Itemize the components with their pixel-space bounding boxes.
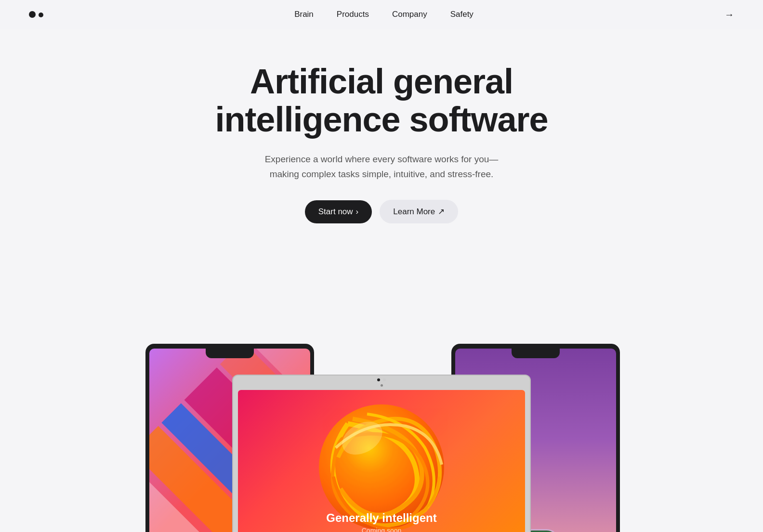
nav-safety[interactable]: Safety — [450, 10, 474, 19]
tablet-right-notch — [512, 349, 560, 358]
nav-links: Brain Products Company Safety — [294, 10, 474, 19]
macbook-device: Generally intelligent Coming soon — [232, 375, 531, 532]
hero-buttons: Start now › Learn More ↗ — [10, 200, 753, 223]
start-now-arrow: › — [356, 207, 359, 217]
center-screen-subtitle: Coming soon — [362, 527, 402, 532]
devices-section: Generally intelligent Coming soon — [0, 252, 763, 532]
macbook-screen-inner: Generally intelligent Coming soon — [238, 390, 525, 532]
logo[interactable] — [29, 11, 43, 18]
hero-section: Artificial general intelligence software… — [0, 29, 763, 247]
start-now-label: Start now — [318, 207, 353, 217]
camera-dot — [381, 384, 383, 387]
hero-subtitle: Experience a world where every software … — [256, 152, 507, 182]
tablet-left-notch — [206, 349, 254, 358]
learn-more-button[interactable]: Learn More ↗ — [380, 200, 458, 223]
ind-dot-active — [377, 378, 380, 381]
center-screen-content: Generally intelligent Coming soon — [238, 390, 525, 532]
navbar: Brain Products Company Safety → — [0, 0, 763, 29]
hero-title: Artificial general intelligence software — [213, 63, 550, 139]
macbook-camera-bar — [238, 380, 525, 390]
center-screen-title: Generally intelligent — [326, 511, 436, 525]
logo-dot-2 — [39, 13, 43, 17]
nav-products[interactable]: Products — [337, 10, 369, 19]
ind-dot-inactive — [383, 378, 386, 381]
learn-more-arrow: ↗ — [438, 207, 445, 217]
nav-arrow[interactable]: → — [724, 9, 734, 20]
learn-more-label: Learn More — [393, 207, 435, 217]
start-now-button[interactable]: Start now › — [305, 200, 372, 223]
nav-company[interactable]: Company — [392, 10, 427, 19]
nav-brain[interactable]: Brain — [294, 10, 314, 19]
macbook-screen-outer: Generally intelligent Coming soon — [232, 375, 531, 532]
logo-dot-1 — [29, 11, 36, 18]
indicator-dots — [377, 378, 386, 381]
